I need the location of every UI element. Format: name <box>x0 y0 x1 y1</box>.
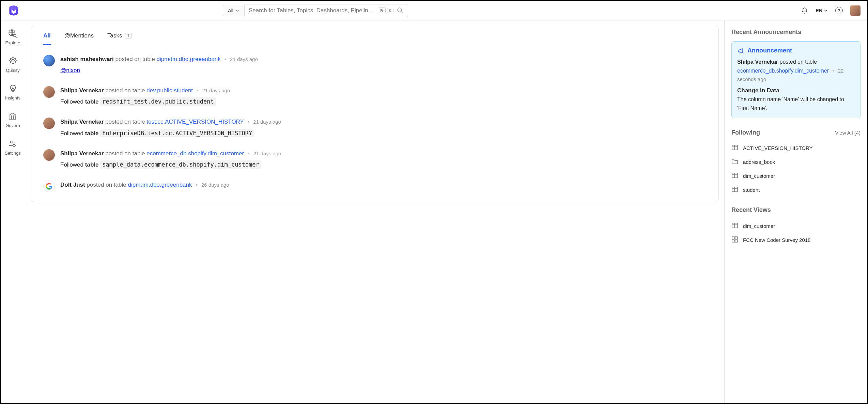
sidebar: Explore Quality Insights Govern Settings <box>1 20 25 403</box>
feed-user: Shilpa Vernekar <box>60 119 104 125</box>
feed-item: ashish maheshwari posted on table dipmdm… <box>43 55 706 74</box>
feed-entity-link[interactable]: dipmdm.dbo.greeenbank <box>128 182 192 188</box>
feed-avatar[interactable] <box>43 149 55 161</box>
search-box[interactable]: ⌘ K <box>245 4 408 17</box>
feed-entity-link[interactable]: dipmdm.dbo.greeenbank <box>157 56 221 62</box>
announcements-title: Recent Announcements <box>731 29 861 36</box>
tab-mentions[interactable]: @Mentions <box>64 32 94 45</box>
sidebar-item-govern[interactable]: Govern <box>5 111 20 128</box>
mention-link[interactable]: @nixon <box>60 67 80 74</box>
announcement-card[interactable]: Announcement Shilpa Vernekar posted on t… <box>731 41 861 118</box>
sidebar-item-label: Govern <box>5 123 20 128</box>
followed-entity: table <box>85 98 99 105</box>
announce-user: Shilpa Vernekar <box>737 59 778 65</box>
building-icon <box>8 111 17 121</box>
chevron-down-icon <box>235 9 239 13</box>
sidebar-item-label: Explore <box>5 40 20 45</box>
table-icon <box>731 144 738 152</box>
list-item[interactable]: dim_customer <box>731 219 861 233</box>
feed-avatar[interactable] <box>43 181 55 192</box>
svg-point-5 <box>10 141 12 143</box>
separator: • <box>197 87 200 94</box>
tab-tasks[interactable]: Tasks 1 <box>107 32 132 45</box>
sidebar-item-label: Insights <box>5 95 20 100</box>
announcement-label: Announcement <box>747 47 792 54</box>
feed-time: 21 days ago <box>230 56 258 62</box>
list-item-name: ACTIVE_VERSION_HISTORY <box>743 145 813 151</box>
feed-time: 21 days ago <box>253 119 281 125</box>
list-item[interactable]: dim_customer <box>731 169 861 183</box>
list-item[interactable]: student <box>731 183 861 197</box>
list-item-name: dim_customer <box>743 173 775 179</box>
feed-action: posted on table <box>87 182 128 188</box>
feed-time: 26 days ago <box>201 182 229 188</box>
feed-time: 21 days ago <box>202 88 230 93</box>
sliders-icon <box>8 139 17 149</box>
separator: • <box>833 68 835 74</box>
sidebar-item-label: Settings <box>5 151 21 156</box>
feed-user: Shilpa Vernekar <box>60 150 104 157</box>
feed-panel: All @Mentions Tasks 1 ashish maheshwari … <box>25 20 724 403</box>
feed-entity-link[interactable]: ecommerce_db.shopify.dim_customer <box>146 150 244 157</box>
list-item[interactable]: address_book <box>731 155 861 169</box>
announce-link[interactable]: ecommerce_db.shopify.dim_customer <box>737 68 829 74</box>
language-selector[interactable]: EN <box>816 8 828 13</box>
feed-action: posted on table <box>105 119 146 125</box>
feed-item: DoIt Just posted on table dipmdm.dbo.gre… <box>43 181 706 192</box>
list-item-name: address_book <box>743 159 775 165</box>
feed-avatar[interactable] <box>43 86 55 98</box>
right-panel: Recent Announcements Announcement Shilpa… <box>724 20 867 403</box>
followed-entity: table <box>85 161 99 168</box>
header: All ⌘ K EN ? <box>1 1 867 20</box>
header-right: EN ? <box>801 5 861 16</box>
tab-label: All <box>43 32 51 39</box>
feed-avatar[interactable] <box>43 118 55 129</box>
sidebar-item-explore[interactable]: Explore <box>5 29 20 45</box>
user-avatar[interactable] <box>850 5 861 16</box>
table-icon <box>731 186 738 194</box>
feed-action: posted on table <box>105 87 146 94</box>
svg-point-0 <box>9 5 18 10</box>
followed-prefix: Followed <box>60 161 83 168</box>
kbd-k: K <box>387 8 393 13</box>
megaphone-icon <box>737 47 744 54</box>
sidebar-item-insights[interactable]: Insights <box>5 84 20 100</box>
following-list: ACTIVE_VERSION_HISTORYaddress_bookdim_cu… <box>731 141 861 197</box>
feed-user: Shilpa Vernekar <box>60 87 104 94</box>
separator: • <box>247 119 251 125</box>
svg-rect-12 <box>735 237 738 239</box>
feed-entity-link[interactable]: dev.public.student <box>146 87 193 94</box>
search-icon <box>397 7 404 14</box>
tab-label: @Mentions <box>64 32 94 39</box>
following-viewall[interactable]: View All (4) <box>835 130 861 136</box>
followed-code: EnterpriseDB.test.cc.ACTIVE_VERSION_HIST… <box>100 129 254 137</box>
svg-rect-14 <box>735 240 738 242</box>
list-item[interactable]: ACTIVE_VERSION_HISTORY <box>731 141 861 155</box>
svg-point-4 <box>12 59 14 62</box>
feed-action: posted on table <box>105 150 146 157</box>
followed-entity: table <box>85 130 99 137</box>
feed-entity-link[interactable]: test.cc.ACTIVE_VERSION_HISTORY <box>146 119 244 125</box>
bell-icon[interactable] <box>801 7 808 14</box>
separator: • <box>196 182 199 188</box>
recent-views-title: Recent Views <box>731 206 861 214</box>
sidebar-item-quality[interactable]: Quality <box>6 56 19 73</box>
svg-point-6 <box>13 144 15 146</box>
list-item-name: dim_customer <box>743 223 775 229</box>
feed-avatar[interactable] <box>43 55 55 66</box>
feed-user: DoIt Just <box>60 182 85 188</box>
sidebar-item-settings[interactable]: Settings <box>5 139 21 156</box>
feed-time: 21 days ago <box>253 151 281 156</box>
badge-icon <box>8 56 18 66</box>
folder-icon <box>731 158 738 166</box>
help-icon[interactable]: ? <box>835 7 843 14</box>
tab-all[interactable]: All <box>43 32 51 45</box>
tab-label: Tasks <box>107 32 122 39</box>
sidebar-item-label: Quality <box>6 68 19 73</box>
list-item[interactable]: FCC New Coder Survey 2018 <box>731 233 861 247</box>
search-input[interactable] <box>249 7 376 14</box>
search-wrap: All ⌘ K <box>223 4 408 17</box>
followed-code: redshift_test.dev.public.student <box>100 97 216 106</box>
list-item-name: FCC New Coder Survey 2018 <box>743 237 810 243</box>
search-filter-dropdown[interactable]: All <box>223 5 245 16</box>
